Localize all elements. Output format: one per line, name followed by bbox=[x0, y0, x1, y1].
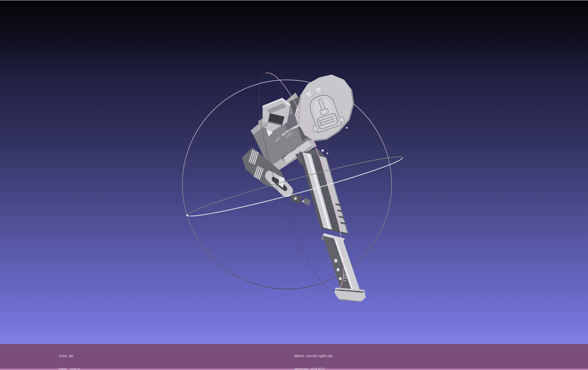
magazine bbox=[321, 233, 366, 302]
window-top-border bbox=[0, 0, 588, 1]
witness-hole bbox=[334, 258, 338, 263]
fov-value: FOV: 60 bbox=[59, 354, 90, 359]
witness-hole bbox=[339, 277, 342, 281]
pin bbox=[294, 197, 297, 200]
trigger-guard bbox=[265, 170, 311, 206]
trackball-horizontal-ring-front[interactable] bbox=[187, 158, 403, 216]
screw bbox=[327, 152, 328, 154]
render-viewport[interactable]: MODEL SC MA bbox=[0, 0, 588, 344]
screw bbox=[321, 149, 324, 152]
model-socom-pistol[interactable]: MODEL SC MA bbox=[242, 75, 366, 302]
hud-mesh-stats: Mesh: socom split.obj Vertices: 824,627 … bbox=[294, 345, 332, 370]
fps-value: FPS: 116.3 bbox=[59, 367, 90, 370]
render-canvas[interactable]: MODEL SC MA bbox=[0, 0, 588, 344]
vertex-count: Vertices: 824,627 bbox=[294, 367, 332, 370]
status-bar: FOV: 60 FPS: 116.3 BO_RENDERING Mesh: so… bbox=[0, 344, 588, 370]
mesh-filename: Mesh: socom split.obj bbox=[294, 354, 332, 358]
screw bbox=[346, 127, 348, 129]
grip bbox=[295, 149, 348, 234]
screw bbox=[264, 123, 267, 126]
hud-render-settings: FOV: 60 FPS: 116.3 BO_RENDERING bbox=[59, 345, 90, 370]
trackball-horizontal-ring-back[interactable] bbox=[187, 157, 402, 215]
witness-hole bbox=[336, 268, 340, 272]
